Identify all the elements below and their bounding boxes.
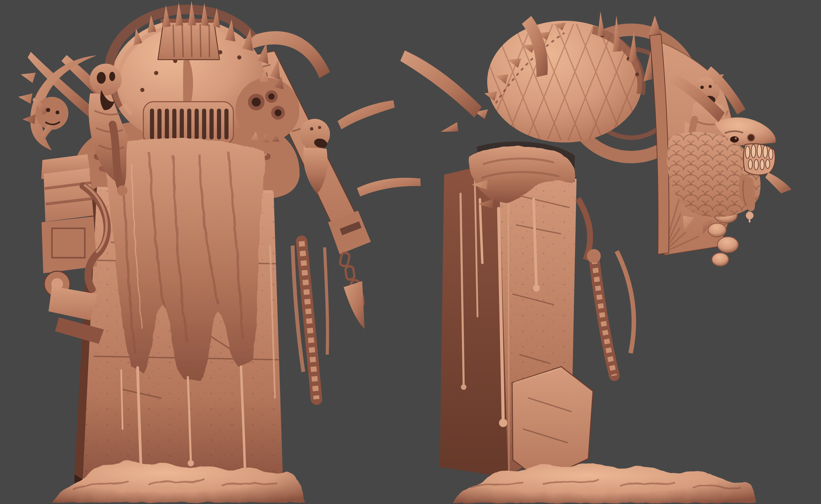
sculpt-viewport[interactable] bbox=[0, 0, 821, 504]
melting-shroud bbox=[106, 138, 265, 381]
dragon-eye-icon bbox=[730, 136, 739, 143]
render-canvas[interactable] bbox=[0, 0, 821, 504]
dragon-ear-hole bbox=[748, 134, 755, 141]
